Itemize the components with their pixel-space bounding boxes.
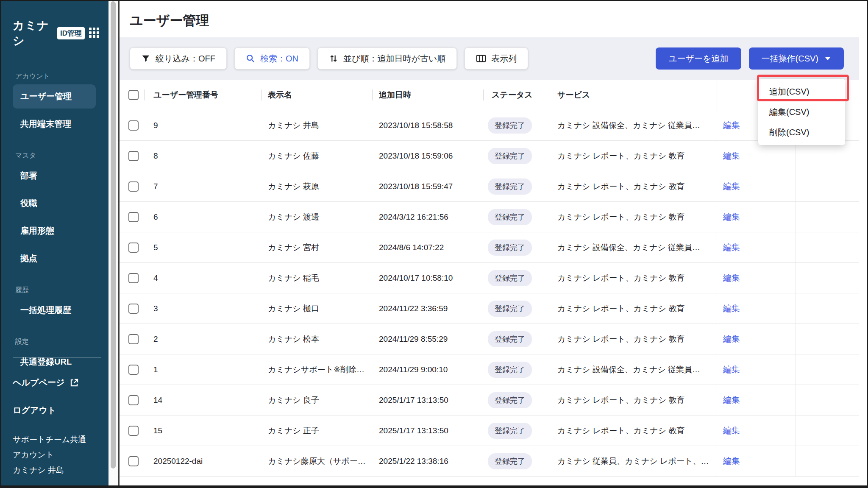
table-row: 9 カミナシ 井島 2023/10/18 15:58:58 登録完了 カミナシ … [120,110,859,141]
header-status[interactable]: ステータス [483,89,549,100]
filter-icon [141,54,150,63]
edit-link[interactable]: 編集 [723,364,740,375]
bulk-menu-item-削除(CSV)[interactable]: 削除(CSV) [758,122,845,142]
cell-service: カミナシ レポート、カミナシ 教育 [549,303,717,314]
scrollbar-thumb[interactable] [111,1,116,468]
logout-button[interactable]: ログアウト [13,404,101,416]
filter-label: 絞り込み：OFF [156,53,215,64]
sidebar-item-役職[interactable]: 役職 [13,191,96,215]
sidebar-item-ユーザー管理[interactable]: ユーザー管理 [13,84,96,109]
row-checkbox[interactable] [128,151,139,161]
cell-user-id: 6 [144,212,261,222]
cell-user-id: 8 [144,151,261,161]
row-checkbox[interactable] [128,304,139,314]
edit-link[interactable]: 編集 [723,333,740,345]
cell-display-name: カミナシ 佐藤 [261,151,372,162]
cell-display-name: カミナシ 良子 [261,395,372,406]
row-checkbox[interactable] [128,334,139,344]
select-all-checkbox[interactable] [128,90,139,100]
cell-display-name: カミナシ 稲毛 [261,273,372,284]
sidebar-item-一括処理履歴[interactable]: 一括処理履歴 [13,298,96,322]
sidebar-scrollbar[interactable] [108,0,119,488]
status-badge: 登録完了 [488,453,532,469]
cell-service: カミナシ レポート、カミナシ 教育 [549,151,717,162]
sidebar-item-共用端末管理[interactable]: 共用端末管理 [13,112,96,136]
header-date[interactable]: 追加日時 [372,89,483,100]
sidebar-item-雇用形態[interactable]: 雇用形態 [13,219,96,243]
bulk-menu-item-追加(CSV)[interactable]: 追加(CSV) [758,81,845,102]
account-name: サポートチーム共通アカウント [13,432,91,463]
cell-display-name: カミナシ 井島 [261,120,372,131]
cell-filler [796,202,859,232]
app-launcher-icon[interactable] [89,28,99,39]
edit-link[interactable]: 編集 [723,150,740,162]
edit-link[interactable]: 編集 [723,425,740,436]
sidebar-item-拠点[interactable]: 拠点 [13,246,96,270]
bulk-menu-item-編集(CSV)[interactable]: 編集(CSV) [758,102,845,122]
edit-link[interactable]: 編集 [723,120,740,131]
bulk-operation-button[interactable]: 一括操作(CSV) [749,47,844,70]
cell-service: カミナシ レポート、カミナシ 教育 [549,395,717,406]
edit-link[interactable]: 編集 [723,455,740,467]
cell-filler [796,415,859,446]
sidebar-section-label: マスタ [15,151,93,160]
brand-badge: ID管理 [57,27,85,39]
status-badge: 登録完了 [488,148,532,164]
cell-user-id: 2 [144,335,261,344]
row-checkbox[interactable] [128,365,139,375]
table-row: 3 カミナシ 樋口 2024/11/22 3:36:59 登録完了 カミナシ レ… [120,293,859,324]
edit-link[interactable]: 編集 [723,242,740,253]
sidebar-footer: ヘルプページ ログアウト サポートチーム共通アカウント カミナシ 井島 [13,357,101,478]
cell-service: カミナシ レポート、カミナシ 教育 [549,273,717,284]
sort-button[interactable]: 並び順：追加日時が古い順 [317,47,457,70]
edit-link[interactable]: 編集 [723,181,740,192]
row-checkbox[interactable] [128,395,139,405]
header-user-id[interactable]: ユーザー管理番号 [144,89,261,100]
row-checkbox[interactable] [128,120,139,131]
cell-filler [796,141,859,171]
add-user-button[interactable]: ユーザーを追加 [656,47,741,70]
edit-link[interactable]: 編集 [723,211,740,223]
edit-link[interactable]: 編集 [723,394,740,406]
cell-user-id: 7 [144,182,261,191]
table-row: 8 カミナシ 佐藤 2023/10/18 15:59:06 登録完了 カミナシ … [120,141,859,171]
search-label: 検索：ON [260,53,298,64]
sidebar-section-label: 設定 [15,337,93,346]
help-page-link[interactable]: ヘルプページ [13,377,101,388]
external-link-icon [70,378,79,388]
row-checkbox[interactable] [128,243,139,253]
cell-filler [796,263,859,293]
bulk-operation-menu: 追加(CSV)編集(CSV)削除(CSV) [758,79,845,145]
table-row: 2 カミナシ 松本 2024/11/29 8:55:29 登録完了 カミナシ レ… [120,324,859,354]
columns-icon [476,54,486,63]
edit-link[interactable]: 編集 [723,303,740,314]
row-checkbox[interactable] [128,273,139,283]
cell-service: カミナシ レポート、カミナシ 教育 [549,181,717,192]
cell-filler [796,171,859,201]
row-checkbox[interactable] [128,181,139,192]
cell-display-name: カミナシサポート※削除… [261,364,372,375]
sidebar: カミナシ ID管理 アカウントユーザー管理共用端末管理マスタ部署役職雇用形態拠点… [0,0,108,488]
header-name[interactable]: 表示名 [261,89,372,100]
columns-button[interactable]: 表示列 [465,47,528,70]
status-badge: 登録完了 [488,240,532,256]
row-checkbox[interactable] [128,426,139,436]
filter-button[interactable]: 絞り込み：OFF [130,47,227,70]
status-badge: 登録完了 [488,423,532,439]
header-service[interactable]: サービス [549,89,717,100]
cell-display-name: カミナシ 松本 [261,334,372,345]
sort-label: 並び順：追加日時が古い順 [343,53,445,64]
row-checkbox[interactable] [128,212,139,222]
cell-display-name: カミナシ 正子 [261,425,372,436]
row-checkbox[interactable] [128,456,139,466]
search-button[interactable]: 検索：ON [234,47,310,70]
table-row: 6 カミナシ 渡邊 2024/3/12 16:21:56 登録完了 カミナシ レ… [120,202,859,232]
status-badge: 登録完了 [488,362,532,378]
logout-label: ログアウト [13,404,56,416]
sidebar-item-部署[interactable]: 部署 [13,164,96,188]
status-badge: 登録完了 [488,331,532,347]
cell-user-id: 1 [144,365,261,374]
cell-service: カミナシ 設備保全、カミナシ 従業員… [549,364,717,375]
status-badge: 登録完了 [488,178,532,195]
edit-link[interactable]: 編集 [723,272,740,284]
